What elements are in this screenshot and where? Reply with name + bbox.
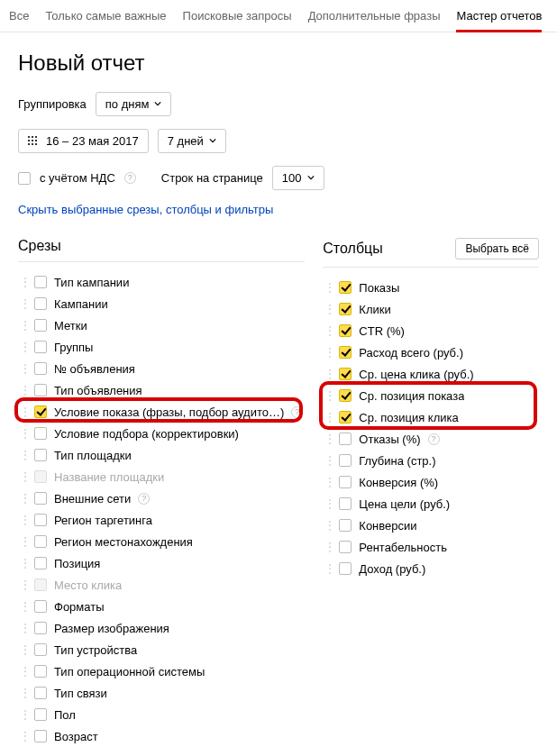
slices-checkbox[interactable] — [34, 535, 47, 548]
svg-rect-6 — [28, 143, 30, 145]
slices-checkbox[interactable] — [34, 319, 47, 332]
slices-label: Метки — [54, 319, 87, 332]
columns-checkbox[interactable] — [339, 562, 352, 575]
rows-per-page-select[interactable]: 100 — [272, 166, 324, 190]
slices-label: № объявления — [54, 362, 135, 376]
slices-item: ⋮⋮Условие подбора (корректировки) — [18, 423, 305, 444]
drag-handle-icon[interactable]: ⋮⋮ — [324, 436, 332, 442]
columns-item: ⋮⋮Доход (руб.) — [323, 558, 539, 579]
columns-item: ⋮⋮Ср. позиция показа — [323, 385, 539, 406]
drag-handle-icon[interactable]: ⋮⋮ — [324, 414, 332, 420]
period-select[interactable]: 7 дней — [158, 129, 226, 153]
slices-checkbox[interactable] — [34, 427, 47, 440]
drag-handle-icon[interactable]: ⋮⋮ — [324, 285, 332, 290]
columns-checkbox[interactable] — [339, 454, 352, 467]
drag-handle-icon[interactable]: ⋮⋮ — [324, 544, 332, 550]
svg-rect-4 — [32, 140, 33, 141]
drag-handle-icon[interactable]: ⋮⋮ — [20, 452, 27, 458]
drag-handle-icon[interactable]: ⋮⋮ — [20, 560, 27, 566]
columns-checkbox[interactable] — [339, 519, 352, 532]
slices-checkbox[interactable] — [34, 708, 47, 721]
hide-selections-link[interactable]: Скрыть выбранные срезы, столбцы и фильтр… — [18, 203, 273, 216]
columns-checkbox[interactable] — [339, 281, 352, 294]
select-all-button[interactable]: Выбрать всё — [455, 238, 539, 260]
slices-checkbox[interactable] — [34, 297, 47, 310]
tab-report-wizard[interactable]: Мастер отчетов — [456, 5, 542, 32]
drag-handle-icon[interactable]: ⋮⋮ — [324, 523, 332, 528]
slices-checkbox[interactable] — [34, 276, 47, 288]
slices-checkbox[interactable] — [34, 622, 47, 634]
drag-handle-icon[interactable]: ⋮⋮ — [20, 301, 27, 306]
drag-handle-icon[interactable]: ⋮⋮ — [20, 625, 27, 631]
slices-checkbox[interactable] — [34, 665, 47, 678]
columns-label: Расход всего (руб.) — [359, 346, 463, 360]
columns-checkbox[interactable] — [339, 346, 352, 359]
drag-handle-icon[interactable]: ⋮⋮ — [324, 371, 332, 377]
help-icon[interactable]: ? — [428, 433, 440, 445]
drag-handle-icon[interactable]: ⋮⋮ — [20, 669, 27, 674]
slices-checkbox[interactable] — [34, 557, 47, 569]
slices-checkbox[interactable] — [34, 643, 47, 656]
columns-checkbox[interactable] — [339, 368, 352, 380]
vat-label: с учётом НДС — [40, 171, 115, 185]
slices-checkbox[interactable] — [34, 405, 47, 418]
drag-handle-icon[interactable]: ⋮⋮ — [20, 539, 27, 544]
drag-handle-icon[interactable]: ⋮⋮ — [20, 733, 27, 739]
drag-handle-icon[interactable]: ⋮⋮ — [20, 712, 27, 717]
slices-checkbox[interactable] — [34, 730, 47, 742]
help-icon[interactable]: ? — [291, 406, 303, 418]
drag-handle-icon[interactable]: ⋮⋮ — [20, 647, 27, 652]
columns-checkbox[interactable] — [339, 411, 352, 424]
drag-handle-icon[interactable]: ⋮⋮ — [20, 604, 27, 609]
drag-handle-icon[interactable]: ⋮⋮ — [20, 387, 27, 393]
slices-checkbox[interactable] — [34, 362, 47, 375]
drag-handle-icon[interactable]: ⋮⋮ — [324, 393, 332, 398]
help-icon[interactable]: ? — [138, 493, 150, 505]
drag-handle-icon[interactable]: ⋮⋮ — [20, 690, 27, 696]
slices-header: Срезы — [18, 238, 61, 254]
slices-checkbox[interactable] — [34, 492, 47, 505]
drag-handle-icon[interactable]: ⋮⋮ — [324, 458, 332, 463]
columns-checkbox[interactable] — [339, 541, 352, 553]
slices-item: ⋮⋮Тип объявления — [18, 379, 305, 401]
columns-checkbox[interactable] — [339, 497, 352, 510]
drag-handle-icon[interactable]: ⋮⋮ — [324, 501, 332, 506]
drag-handle-icon[interactable]: ⋮⋮ — [20, 366, 27, 371]
columns-checkbox[interactable] — [339, 476, 352, 488]
drag-handle-icon[interactable]: ⋮⋮ — [324, 350, 332, 355]
drag-handle-icon[interactable]: ⋮⋮ — [324, 328, 332, 333]
page-title: Новый отчет — [18, 50, 539, 76]
drag-handle-icon[interactable]: ⋮⋮ — [324, 479, 332, 485]
svg-rect-0 — [28, 136, 30, 138]
columns-checkbox[interactable] — [339, 303, 352, 315]
slices-checkbox[interactable] — [34, 384, 47, 396]
slices-checkbox[interactable] — [34, 341, 47, 353]
vat-checkbox[interactable] — [18, 172, 31, 185]
drag-handle-icon[interactable]: ⋮⋮ — [20, 517, 27, 523]
drag-handle-icon[interactable]: ⋮⋮ — [324, 306, 332, 312]
columns-checkbox[interactable] — [339, 324, 352, 337]
grouping-select[interactable]: по дням — [96, 92, 172, 116]
slices-label: Тип кампании — [54, 276, 129, 289]
drag-handle-icon[interactable]: ⋮⋮ — [324, 566, 332, 571]
drag-handle-icon[interactable]: ⋮⋮ — [20, 431, 27, 436]
tab-important[interactable]: Только самые важные — [45, 5, 166, 32]
columns-checkbox[interactable] — [339, 433, 352, 445]
slices-checkbox[interactable] — [34, 449, 47, 461]
tab-all[interactable]: Все — [9, 5, 29, 32]
rows-per-page-value: 100 — [282, 171, 302, 185]
slices-checkbox[interactable] — [34, 687, 47, 699]
drag-handle-icon[interactable]: ⋮⋮ — [20, 496, 27, 501]
slices-checkbox[interactable] — [34, 514, 47, 526]
columns-checkbox[interactable] — [339, 389, 352, 402]
tab-extra-phrases[interactable]: Дополнительные фразы — [308, 5, 441, 32]
drag-handle-icon[interactable]: ⋮⋮ — [20, 344, 27, 350]
drag-handle-icon[interactable]: ⋮⋮ — [20, 409, 27, 414]
drag-handle-icon[interactable]: ⋮⋮ — [20, 279, 27, 285]
slices-item: ⋮⋮Размер изображения — [18, 617, 305, 639]
tab-search-queries[interactable]: Поисковые запросы — [183, 5, 292, 32]
slices-checkbox[interactable] — [34, 600, 47, 613]
help-icon[interactable]: ? — [124, 172, 136, 184]
drag-handle-icon[interactable]: ⋮⋮ — [20, 323, 27, 328]
date-range-picker[interactable]: 16 – 23 мая 2017 — [18, 129, 149, 153]
